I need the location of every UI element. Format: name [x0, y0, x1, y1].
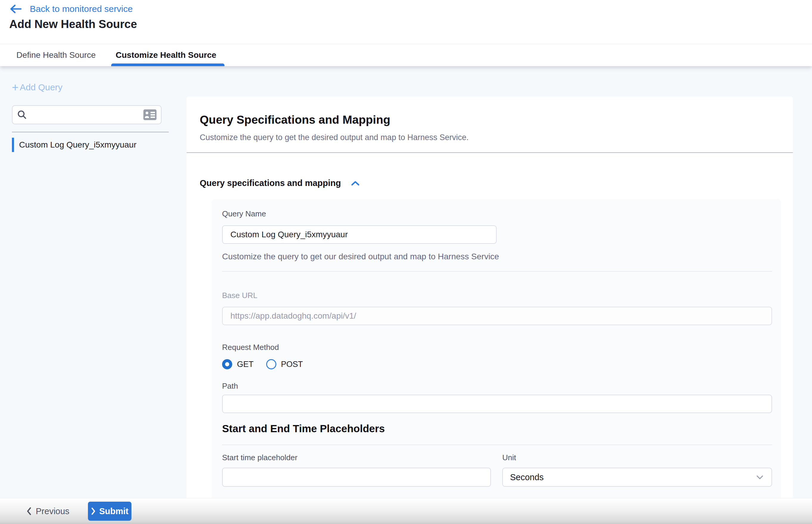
query-list-item[interactable]: Custom Log Query_i5xmyyuaur	[12, 138, 179, 152]
start-time-placeholder-label: Start time placeholder	[222, 453, 297, 462]
request-method-get-label[interactable]: GET	[237, 360, 254, 369]
request-method-label: Request Method	[222, 343, 279, 352]
form-divider	[222, 445, 772, 445]
footer-bar: Previous Submit	[0, 498, 812, 524]
path-label: Path	[222, 381, 238, 391]
submit-button[interactable]: Submit	[88, 502, 131, 521]
form-divider	[222, 271, 772, 272]
sidebar-divider	[12, 132, 169, 132]
previous-button[interactable]: Previous	[26, 506, 69, 516]
card-subheading: Customize the query to get the desired o…	[200, 133, 469, 142]
request-method-get-radio[interactable]	[222, 359, 232, 369]
page-title: Add New Health Source	[9, 18, 137, 31]
chevron-right-icon	[91, 507, 96, 515]
tab-define-health-source[interactable]: Define Health Source	[16, 44, 96, 66]
add-query-label: Add Query	[20, 82, 62, 93]
search-input[interactable]	[31, 110, 143, 120]
unit-select[interactable]: Seconds	[502, 468, 772, 487]
arrow-left-icon	[9, 4, 22, 14]
time-placeholders-heading: Start and End Time Placeholders	[222, 423, 385, 435]
page-header: Back to monitored service Add New Health…	[0, 0, 812, 44]
request-method-post-label[interactable]: POST	[281, 360, 303, 369]
query-name-label: Query Name	[222, 209, 266, 218]
submit-button-label: Submit	[99, 506, 129, 516]
unit-select-value: Seconds	[510, 472, 756, 482]
card-heading: Query Specifications and Mapping	[200, 113, 390, 126]
tab-customize-health-source[interactable]: Customize Health Source	[116, 44, 216, 66]
start-time-placeholder-input[interactable]	[222, 468, 491, 487]
section-title: Query specifications and mapping	[200, 178, 341, 188]
add-query-button[interactable]: + Add Query	[12, 82, 63, 93]
path-input[interactable]	[222, 395, 772, 413]
chevron-left-icon	[26, 507, 32, 515]
query-item-label: Custom Log Query_i5xmyyuaur	[19, 140, 136, 150]
search-icon	[17, 109, 28, 120]
selected-indicator	[12, 138, 14, 152]
query-name-helper: Customize the query to get our desired o…	[222, 252, 499, 261]
request-method-post-radio[interactable]	[266, 359, 276, 369]
previous-button-label: Previous	[36, 506, 69, 516]
tab-bar: Define Health Source Customize Health So…	[0, 44, 812, 66]
chevron-up-icon[interactable]	[350, 179, 361, 187]
chevron-down-icon	[756, 474, 764, 480]
query-search-box[interactable]	[12, 105, 162, 124]
back-link[interactable]: Back to monitored service	[9, 4, 133, 14]
add-health-source-page: Back to monitored service Add New Health…	[0, 0, 812, 524]
card-divider	[186, 152, 793, 153]
plus-icon: +	[12, 83, 18, 92]
base-url-label: Base URL	[222, 291, 258, 300]
active-tab-underline	[111, 64, 225, 66]
query-name-input[interactable]	[222, 225, 497, 244]
base-url-input[interactable]	[222, 307, 772, 325]
back-link-label: Back to monitored service	[30, 4, 133, 14]
contact-card-icon[interactable]	[143, 109, 157, 120]
unit-label: Unit	[502, 453, 516, 462]
main-card: Query Specifications and Mapping Customi…	[186, 97, 793, 524]
query-form-panel: Query Name Customize the query to get ou…	[212, 199, 781, 524]
